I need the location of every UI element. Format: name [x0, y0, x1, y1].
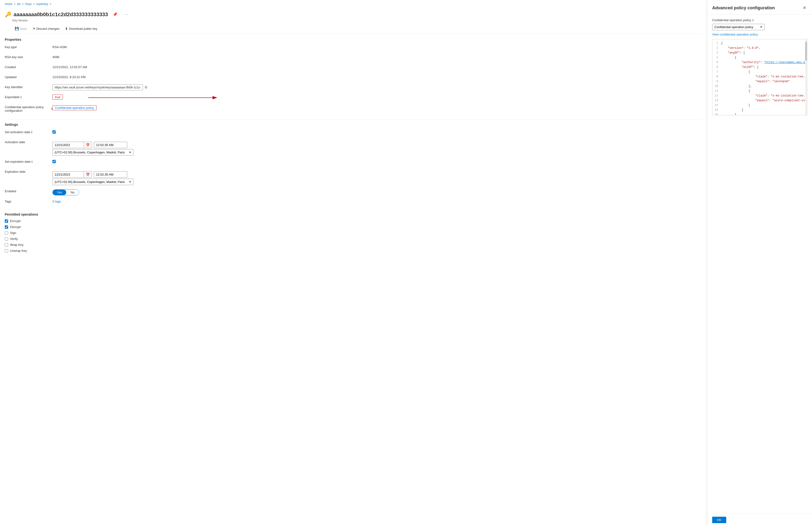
expiration-calendar-icon[interactable]: 📅 — [84, 172, 92, 177]
code-line-4: 4 { — [712, 56, 807, 60]
set-activation-checkbox-group — [53, 130, 56, 134]
discard-button[interactable]: ✕ Discard changes — [30, 26, 62, 32]
code-line-7: 7 { — [712, 70, 807, 75]
code-line-9: 9 "equals": "sevsnpvm" — [712, 79, 807, 84]
key-identifier-row: Key Identifier ⧉ — [5, 84, 702, 91]
sign-checkbox[interactable] — [5, 231, 8, 235]
activation-tz-wrapper: (UTC+01:00) Brussels, Copenhagen, Madrid… — [53, 149, 133, 156]
sign-label: Sign — [10, 231, 16, 235]
activation-date-field[interactable] — [53, 142, 84, 148]
ok-button[interactable]: OK — [712, 517, 726, 523]
verify-checkbox[interactable] — [5, 237, 8, 240]
verify-label: Verify — [10, 237, 18, 240]
policy-config-row: Confidential operation policy configurat… — [5, 104, 702, 113]
tags-row: Tags 0 tags — [5, 199, 702, 205]
activation-info-icon[interactable]: ℹ — [31, 131, 32, 134]
close-panel-button[interactable]: ✕ — [802, 4, 807, 12]
breadcrumb-myskrkey[interactable]: myskrkey — [36, 2, 48, 6]
save-button[interactable]: 💾 Save — [12, 26, 29, 32]
unwrap-key-checkbox[interactable] — [5, 249, 8, 252]
policy-dropdown-label: Confidential operation policy — [712, 18, 751, 22]
set-expiration-label: Set expiration date ℹ — [5, 159, 53, 163]
expiration-timezone-select[interactable]: (UTC+01:00) Brussels, Copenhagen, Madrid… — [53, 179, 133, 185]
key-type-value: RSA-HSM — [53, 44, 67, 49]
page-title-row: 🔑 aaaaaaaa0b0b1c1c2d2d333333333333 📌 ··· — [5, 11, 702, 18]
encrypt-checkbox[interactable] — [5, 219, 8, 223]
expiration-date-label: Expiration date — [5, 169, 53, 173]
expiration-tz-wrapper: (UTC+01:00) Brussels, Copenhagen, Madrid… — [53, 179, 133, 185]
key-type-label: Key type — [5, 44, 53, 49]
key-identifier-field[interactable] — [53, 84, 143, 90]
policy-label-row: Confidential operation policy ℹ — [712, 18, 807, 22]
breadcrumb-sep-4: > — [49, 2, 51, 6]
expiration-date-picker: 📅 — [53, 171, 92, 178]
enabled-row: Enabled Yes No — [5, 188, 702, 195]
exportable-badge: true — [53, 94, 63, 100]
decrypt-label: Decrypt — [10, 225, 21, 229]
wrap-key-checkbox[interactable] — [5, 243, 8, 247]
code-scrollbar[interactable] — [805, 39, 807, 115]
activation-calendar-icon[interactable]: 📅 — [84, 142, 92, 148]
key-version-label: Key Version — [12, 19, 702, 22]
rsa-key-size-label: RSA key size — [5, 54, 53, 59]
enabled-toggle: Yes No — [53, 189, 79, 195]
policy-info-icon[interactable]: ℹ — [752, 18, 754, 22]
updated-value: 12/23/2022, 9:23:31 PM — [53, 74, 86, 79]
rsa-key-size-row: RSA key size 4096 — [5, 54, 702, 61]
expiration-date-field[interactable] — [53, 172, 84, 177]
side-panel-body: Confidential operation policy ℹ Confiden… — [707, 15, 812, 514]
code-line-15: 15 ] — [712, 108, 807, 113]
set-expiration-checkbox[interactable] — [53, 160, 56, 163]
more-button[interactable]: ··· — [122, 11, 130, 18]
policy-dropdown[interactable]: Confidential operation policy — [712, 24, 765, 30]
exportable-info-icon[interactable]: ℹ — [20, 96, 22, 99]
set-activation-row: Set activation date ℹ — [5, 129, 702, 136]
copy-key-id-button[interactable]: ⧉ — [144, 84, 148, 90]
download-icon: ⬇ — [65, 27, 68, 30]
activation-date-row: Activation date 📅 (UTC+01:00) Brussels, … — [5, 140, 702, 156]
download-button[interactable]: ⬇ Download public key — [63, 26, 100, 32]
tags-value: 0 tags — [53, 199, 61, 203]
updated-row: Updated 12/23/2022, 9:23:31 PM — [5, 74, 702, 81]
save-icon: 💾 — [15, 27, 19, 30]
activation-timezone-select[interactable]: (UTC+01:00) Brussels, Copenhagen, Madrid… — [53, 149, 133, 156]
created-row: Created 12/21/2022, 12:02:57 AM — [5, 64, 702, 71]
set-activation-checkbox[interactable] — [53, 130, 56, 134]
pin-button[interactable]: 📌 — [110, 11, 120, 18]
expiration-time-field[interactable] — [94, 171, 127, 178]
wrap-key-label: Wrap Key — [10, 243, 24, 247]
operation-row-verify: Verify — [5, 237, 702, 240]
created-label: Created — [5, 64, 53, 69]
breadcrumb-keys[interactable]: Keys — [25, 2, 32, 6]
main-content: Home > skr > Keys > myskrkey > 🔑 aaaaaaa… — [0, 0, 707, 526]
expiration-date-row: Expiration date 📅 (UTC+01:00) Brussels, … — [5, 169, 702, 185]
code-editor: 1 { 2 "version": "1.0.0", 3 "anyOf": [ 4… — [712, 39, 807, 115]
breadcrumb-sep-2: > — [22, 2, 24, 6]
code-line-14: 14 } — [712, 103, 807, 108]
set-expiration-checkbox-group — [53, 160, 56, 163]
view-policy-link[interactable]: View confidential operation policy — [712, 33, 807, 36]
updated-label: Updated — [5, 74, 53, 79]
tags-label: Tags — [5, 199, 53, 203]
header-actions: 💾 Save ✕ Discard changes ⬇ Download publ… — [12, 24, 702, 34]
code-line-10: 10 }, — [712, 84, 807, 89]
enabled-toggle-wrapper: Yes No — [53, 188, 79, 195]
permitted-operations-section: Permitted operations Encrypt Decrypt Sig… — [0, 213, 707, 260]
activation-time-field[interactable] — [94, 142, 127, 148]
expiration-info-icon[interactable]: ℹ — [31, 160, 33, 163]
code-lines: 1 { 2 "version": "1.0.0", 3 "anyOf": [ 4… — [712, 39, 807, 115]
decrypt-checkbox[interactable] — [5, 225, 8, 229]
enabled-label: Enabled — [5, 188, 53, 193]
settings-title: Settings — [5, 123, 702, 127]
yes-button[interactable]: Yes — [53, 190, 66, 195]
exportable-row: Exportable ℹ true — [5, 94, 702, 101]
no-button[interactable]: No — [66, 190, 79, 195]
breadcrumb-skr[interactable]: skr — [17, 2, 21, 6]
breadcrumb-home[interactable]: Home — [5, 2, 12, 6]
activation-date-label: Activation date — [5, 140, 53, 144]
code-line-8: 8 "claim": "x-ms-isolation-tee.x-ms-atte… — [712, 75, 807, 79]
policy-config-badge[interactable]: Confidential operation policy — [53, 105, 97, 110]
code-line-16: 16 } — [712, 113, 807, 115]
properties-title: Properties — [5, 38, 702, 42]
tags-link[interactable]: 0 tags — [53, 200, 61, 203]
